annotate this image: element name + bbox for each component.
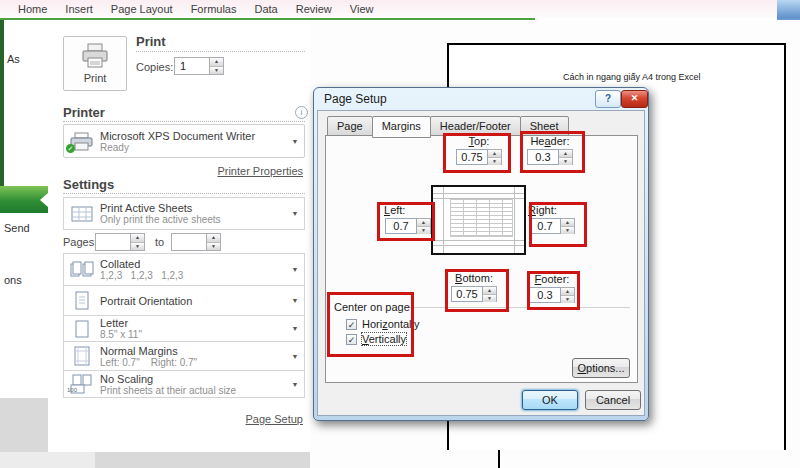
right-margin-stepper[interactable]: 0.7 ▲▼ (529, 218, 575, 234)
chevron-down-icon[interactable]: ▼ (286, 353, 304, 360)
spin-down-icon[interactable]: ▼ (207, 242, 220, 251)
no-scaling-icon-text: 100 (67, 387, 77, 393)
orientation-selector[interactable]: Portrait Orientation ▼ (63, 285, 305, 316)
ribbon-tab-page-layout[interactable]: Page Layout (111, 3, 173, 15)
spin-up-icon[interactable]: ▲ (561, 288, 574, 295)
spin-up-icon[interactable]: ▲ (559, 150, 572, 157)
sidebar-item-print-selected[interactable] (0, 186, 48, 213)
left-margin-stepper[interactable]: 0.7 ▲▼ (385, 218, 431, 234)
printer-name: Microsoft XPS Document Writer (100, 130, 286, 142)
pages-range-row: Pages: ▲▼ to ▲▼ (63, 230, 305, 254)
header-margin-value[interactable]: 0.3 (527, 149, 559, 165)
chevron-down-icon[interactable]: ▼ (286, 325, 304, 332)
ribbon-tab-data[interactable]: Data (254, 3, 277, 15)
row-title: Collated (100, 258, 286, 270)
print-what-selector[interactable]: Print Active Sheets Only print the activ… (63, 197, 305, 230)
printer-selector[interactable]: ✓ Microsoft XPS Document Writer Ready ▼ (63, 124, 305, 158)
copies-value[interactable]: 1 (174, 57, 210, 75)
sidebar-item-options-fragment[interactable]: ons (4, 274, 22, 286)
help-button[interactable]: ? (595, 90, 621, 108)
ribbon-tab-view[interactable]: View (350, 3, 374, 15)
pages-to-stepper[interactable]: ▲▼ (171, 233, 221, 251)
top-margin-stepper[interactable]: 0.75 ▲▼ (456, 149, 502, 165)
spin-up-icon[interactable]: ▲ (417, 219, 430, 226)
preview-page-line (498, 450, 500, 468)
tab-sheet[interactable]: Sheet (520, 116, 569, 136)
horizontally-label: Horizontally (362, 318, 419, 330)
ribbon-tab-home[interactable]: Home (18, 3, 47, 15)
spin-down-icon[interactable]: ▼ (483, 294, 496, 302)
collated-icon (69, 260, 95, 280)
spin-up-icon[interactable]: ▲ (207, 234, 220, 242)
bottom-margin-value[interactable]: 0.75 (451, 286, 483, 302)
margins-selector[interactable]: Normal Margins Left: 0.7" Right: 0.7" ▼ (63, 341, 305, 371)
printer-icon (80, 43, 110, 69)
spin-down-icon[interactable]: ▼ (561, 295, 574, 303)
pages-label: Pages: (63, 236, 97, 248)
row-title: Portrait Orientation (100, 295, 286, 307)
tab-page[interactable]: Page (327, 116, 373, 136)
dialog-tab-strip: Page Margins Header/Footer Sheet (327, 116, 568, 136)
chevron-down-icon[interactable]: ▼ (286, 381, 304, 388)
paper-size-selector[interactable]: Letter 8.5" x 11" ▼ (63, 315, 305, 342)
ribbon-tab-formulas[interactable]: Formulas (191, 3, 237, 15)
collation-selector[interactable]: Collated 1,2,3 1,2,3 1,2,3 ▼ (63, 253, 305, 286)
chevron-down-icon[interactable]: ▼ (286, 297, 304, 304)
sidebar-edge-strip (0, 20, 4, 186)
sidebar-item-save-send-fragment[interactable]: Send (4, 222, 30, 234)
printer-ready-badge: ✓ (66, 144, 75, 153)
vertically-checkbox-row[interactable]: ✓ Vertically (346, 333, 406, 345)
scaling-selector[interactable]: 100 No Scaling Print sheets at their act… (63, 370, 305, 398)
printer-properties-link[interactable]: Printer Properties (217, 165, 303, 177)
spin-up-icon[interactable]: ▲ (483, 287, 496, 294)
chevron-down-icon[interactable]: ▼ (286, 266, 304, 273)
dialog-title: Page Setup (324, 92, 387, 106)
spin-down-icon[interactable]: ▼ (559, 157, 572, 165)
footer-margin-stepper[interactable]: 0.3 ▲▼ (529, 287, 575, 303)
spin-up-icon[interactable]: ▲ (561, 219, 574, 226)
checkbox-checked-icon[interactable]: ✓ (346, 334, 357, 345)
pages-to-label: to (155, 236, 164, 248)
tab-margins[interactable]: Margins (372, 116, 431, 138)
cancel-button[interactable]: Cancel (585, 390, 641, 410)
page-setup-link[interactable]: Page Setup (246, 413, 304, 425)
options-button[interactable]: Options... (572, 358, 630, 378)
spin-down-icon[interactable]: ▼ (561, 226, 574, 234)
pages-from-value[interactable] (95, 233, 131, 251)
pages-to-value[interactable] (171, 233, 207, 251)
spin-down-icon[interactable]: ▼ (210, 66, 223, 75)
spin-down-icon[interactable]: ▼ (131, 242, 144, 251)
checkbox-checked-icon[interactable]: ✓ (346, 319, 357, 330)
top-margin-value[interactable]: 0.75 (456, 149, 488, 165)
chevron-down-icon[interactable]: ▼ (286, 138, 304, 145)
left-margin-value[interactable]: 0.7 (385, 218, 417, 234)
horizontally-checkbox-row[interactable]: ✓ Horizontally (346, 318, 419, 330)
backstage-sidebar: As Send ons (0, 20, 48, 378)
tab-header-footer[interactable]: Header/Footer (430, 116, 521, 136)
chevron-down-icon[interactable]: ▼ (286, 210, 304, 217)
spin-up-icon[interactable]: ▲ (210, 58, 223, 66)
dialog-titlebar[interactable]: Page Setup ? ✕ (314, 88, 648, 110)
close-button[interactable]: ✕ (621, 90, 648, 108)
ribbon-tab-insert[interactable]: Insert (65, 3, 93, 15)
separator (63, 193, 305, 194)
spin-down-icon[interactable]: ▼ (488, 157, 501, 165)
info-icon[interactable]: i (295, 106, 308, 119)
footer-margin-value[interactable]: 0.3 (529, 287, 561, 303)
header-margin-stepper[interactable]: 0.3 ▲▼ (527, 149, 573, 165)
bottom-margin-label: Bottom: (444, 272, 504, 284)
margins-tab-page (325, 135, 638, 383)
bottom-margin-stepper[interactable]: 0.75 ▲▼ (451, 286, 497, 302)
spin-down-icon[interactable]: ▼ (417, 226, 430, 234)
center-on-page-label: Center on page (334, 301, 410, 313)
sidebar-item-save-as-fragment[interactable]: As (7, 53, 20, 65)
print-button[interactable]: Print (63, 36, 127, 91)
spin-up-icon[interactable]: ▲ (488, 150, 501, 157)
ok-button[interactable]: OK (522, 390, 578, 410)
ribbon-tab-review[interactable]: Review (296, 3, 332, 15)
right-margin-value[interactable]: 0.7 (529, 218, 561, 234)
margin-guide (514, 187, 515, 253)
pages-from-stepper[interactable]: ▲▼ (95, 233, 145, 251)
spin-up-icon[interactable]: ▲ (131, 234, 144, 242)
copies-stepper[interactable]: 1 ▲ ▼ (174, 57, 224, 75)
